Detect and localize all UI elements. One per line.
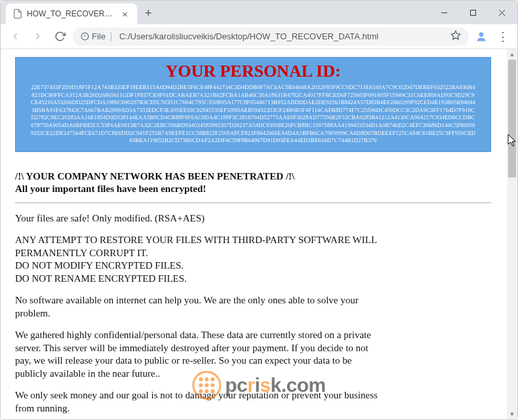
tab-title: HOW_TO_RECOVER_DATA.html	[27, 9, 115, 18]
personal-id-hex: 22E737433F2D0D18F5F12A743B333EF18EEB315A…	[30, 84, 476, 145]
heading-penetrated: /!\ YOUR COMPANY NETWORK HAS BEEN PENETR…	[15, 170, 491, 183]
close-window-button[interactable]	[487, 3, 516, 22]
bookmark-star-icon[interactable]	[450, 30, 461, 43]
maximize-button[interactable]	[458, 3, 487, 22]
scroll-down-arrow[interactable]: ▼	[507, 409, 517, 419]
personal-id-box: YOUR PERSONAL ID: 22E737433F2D0D18F5F12A…	[15, 57, 491, 152]
document-body: YOUR PERSONAL ID: 22E737433F2D0D18F5F12A…	[1, 49, 507, 419]
back-button[interactable]	[6, 28, 24, 46]
active-tab[interactable]: HOW_TO_RECOVER_DATA.html ×	[6, 3, 137, 24]
svg-marker-7	[451, 31, 460, 39]
reload-button[interactable]	[50, 28, 69, 46]
personal-id-title: YOUR PERSONAL ID:	[21, 62, 485, 81]
profile-avatar[interactable]	[473, 28, 490, 45]
vertical-scrollbar[interactable]: ▲ ▼	[507, 49, 517, 419]
svg-point-8	[479, 32, 484, 37]
tab-close-button[interactable]: ×	[119, 9, 130, 20]
url-text: C:/Users/karolisliucveikis/Desktop/HOW_T…	[119, 31, 445, 41]
browser-window: HOW_TO_RECOVER_DATA.html × +	[0, 0, 518, 420]
paragraph-goal: We only seek money and our goal is not t…	[15, 389, 382, 415]
paragraph-data: We gathered highly confidential/personal…	[15, 329, 382, 380]
heading-encrypted: All your important files have been encry…	[15, 183, 491, 196]
address-bar[interactable]: File C:/Users/karolisliucveikis/Desktop/…	[73, 28, 469, 46]
paragraph-safe: Your files are safe! Only modified. (RSA…	[15, 212, 382, 225]
paragraph-nosoftware: No software available on internet can he…	[15, 294, 382, 320]
scroll-up-arrow[interactable]: ▲	[507, 49, 517, 60]
forward-button[interactable]	[28, 28, 47, 46]
file-label: File	[92, 31, 106, 41]
scroll-thumb[interactable]	[508, 60, 516, 178]
new-tab-button[interactable]: +	[137, 7, 160, 24]
window-controls	[429, 1, 517, 24]
page-content: YOUR PERSONAL ID: 22E737433F2D0D18F5F12A…	[1, 49, 517, 419]
minimize-button[interactable]	[429, 3, 458, 22]
file-icon	[12, 9, 23, 19]
titlebar: HOW_TO_RECOVER_DATA.html × +	[1, 1, 517, 24]
paragraph-warning: ANY ATTEMPT TO RESTORE YOUR FILES WITH T…	[15, 234, 382, 285]
file-origin-badge: File	[81, 31, 114, 41]
menu-button[interactable]: ⋮	[494, 29, 512, 44]
divider	[15, 202, 491, 203]
ransom-note-body: /!\ YOUR COMPANY NETWORK HAS BEEN PENETR…	[15, 170, 491, 415]
svg-rect-1	[470, 10, 475, 15]
toolbar: File C:/Users/karolisliucveikis/Desktop/…	[1, 24, 517, 49]
